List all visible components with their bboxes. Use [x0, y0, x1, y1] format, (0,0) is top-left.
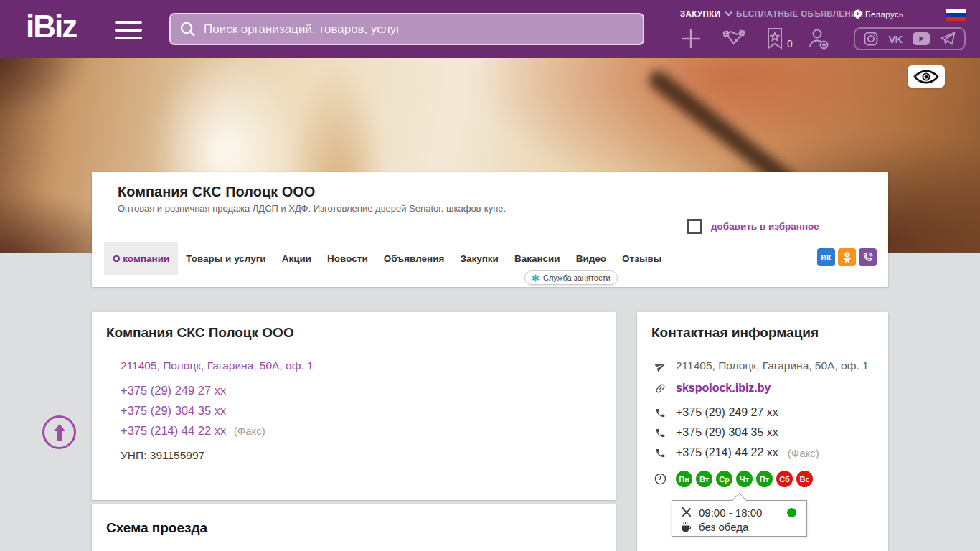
instagram-icon[interactable] [864, 32, 878, 46]
fax-note: (Факс) [788, 447, 819, 459]
clock-icon [654, 473, 666, 485]
open-now-indicator [787, 508, 796, 517]
company-description: Оптовая и розничная продажа ЛДСП и ХДФ. … [118, 203, 506, 214]
free-ads-link[interactable]: БЕСПЛАТНЫЕ ОБЪЯВЛЕНИЯ [736, 9, 863, 18]
about-title: Компания СКС Полоцк ООО [106, 325, 294, 341]
link-icon [654, 382, 666, 395]
day-badge[interactable]: Вс [796, 471, 813, 487]
favorite-label: добавить в избранное [711, 221, 819, 232]
contact-phone-row: +375 (29) 304 35 xx [654, 426, 778, 439]
company-info-card: Компания СКС Полоцк ООО 211405, Полоцк, … [92, 312, 616, 500]
day-badge[interactable]: Ср [716, 471, 732, 487]
tab-promotions[interactable]: Акции [274, 242, 319, 275]
hamburger-menu-icon[interactable] [115, 21, 142, 39]
about-phone-row: +375 (29) 304 35 xx [121, 404, 226, 418]
search-input[interactable] [204, 22, 634, 37]
header-social-links: VK [854, 27, 966, 50]
day-badge[interactable]: Вт [696, 471, 712, 487]
day-badge[interactable]: Сб [776, 471, 793, 487]
about-address: 211405, Полоцк, Гагарина, 50А, оф. 1 [121, 359, 314, 372]
viber-icon[interactable] [859, 248, 877, 266]
add-plus-icon[interactable] [678, 26, 704, 52]
map-card: Схема проезда [92, 504, 616, 551]
tab-news[interactable]: Новости [319, 242, 376, 275]
tab-ads[interactable]: Объявления [376, 242, 453, 275]
favorites-bookmark-icon[interactable] [762, 26, 788, 52]
address-link[interactable]: 211405, Полоцк, Гагарина, 50А, оф. 1 [121, 359, 314, 372]
ibiz-logo[interactable]: iBiz [26, 9, 76, 44]
navigation-arrow-icon [654, 360, 666, 372]
purchases-menu[interactable]: ЗАКУПКИ [680, 9, 730, 18]
country-selector[interactable]: Беларусь [854, 9, 904, 19]
phone-icon [654, 408, 666, 418]
page: iBiz ЗАКУПКИ БЕСПЛАТНЫЕ ОБЪЯВЛЕНИЯ Белар… [0, 0, 980, 551]
website-link[interactable]: skspolock.ibiz.by [676, 382, 771, 395]
chevron-down-icon [725, 9, 732, 16]
favorites-count: 0 [787, 38, 793, 50]
tab-purchases[interactable]: Закупки [452, 242, 506, 275]
telegram-icon[interactable] [940, 32, 956, 46]
lunch-cup-icon [681, 521, 692, 532]
add-to-favorites[interactable]: добавить в избранное [687, 219, 819, 234]
unp-number: УНП: 391155997 [121, 449, 204, 462]
accessibility-eye-icon[interactable] [908, 65, 945, 88]
work-hours: 09:00 - 18:00 [699, 507, 762, 519]
lunch-note: без обеда [699, 521, 748, 533]
odnoklassniki-icon[interactable] [838, 248, 856, 266]
language-flag-russian[interactable] [946, 9, 966, 21]
tab-products[interactable]: Товары и услуги [178, 242, 273, 275]
header: iBiz ЗАКУПКИ БЕСПЛАТНЫЕ ОБЪЯВЛЕНИЯ Белар… [0, 0, 980, 58]
arrow-up-icon [52, 423, 67, 442]
tab-about[interactable]: О компании [104, 242, 178, 275]
contact-title: Контактная информация [651, 325, 819, 341]
handshake-icon[interactable] [721, 26, 747, 52]
search-icon [179, 21, 197, 38]
youtube-icon[interactable] [913, 32, 930, 45]
day-badge[interactable]: Чт [736, 471, 753, 487]
work-tools-icon [681, 507, 692, 518]
vk-share-icon[interactable]: ВК [817, 248, 835, 266]
location-pin-icon [854, 9, 862, 19]
phone-link[interactable]: +375 (29) 304 35 xx [121, 404, 226, 417]
phone-link[interactable]: +375 (214) 44 22 xx [121, 424, 226, 437]
phone-icon [654, 448, 666, 458]
employment-service-badge[interactable]: Служба занятости [524, 270, 618, 285]
contact-phone-row: +375 (29) 249 27 xx [654, 406, 778, 419]
contact-address-row: 211405, Полоцк, Гагарина, 50А, оф. 1 [654, 359, 869, 372]
company-social-buttons: ВК [817, 248, 877, 266]
employment-asterisk-icon [532, 274, 540, 282]
about-phone-row: +375 (214) 44 22 xx (Факс) [121, 424, 265, 438]
search-bar [169, 13, 644, 45]
about-phone-row: +375 (29) 249 27 xx [121, 384, 226, 397]
fax-note: (Факс) [234, 425, 265, 437]
scroll-to-top-button[interactable] [42, 415, 76, 449]
schedule-tooltip: 09:00 - 18:00 без обеда [672, 500, 807, 537]
contact-website-row: skspolock.ibiz.by [654, 382, 771, 395]
map-title: Схема проезда [106, 520, 207, 536]
vk-icon[interactable]: VK [888, 33, 902, 45]
company-title: Компания СКС Полоцк ООО [118, 184, 315, 200]
work-schedule-row: Пн Вт Ср Чт Пт Сб Вс [654, 471, 813, 487]
register-person-add-icon[interactable] [805, 26, 831, 52]
tab-reviews[interactable]: Отзывы [614, 242, 669, 275]
phone-icon [654, 428, 666, 438]
favorite-checkbox[interactable] [687, 219, 702, 234]
contact-phone-row: +375 (214) 44 22 xx (Факс) [654, 446, 819, 459]
company-header-card: Компания СКС Полоцк ООО Оптовая и рознич… [92, 172, 888, 287]
day-badge[interactable]: Пн [676, 471, 692, 487]
contact-info-card: Контактная информация 211405, Полоцк, Га… [637, 312, 888, 551]
day-badge[interactable]: Пт [756, 471, 773, 487]
weekday-badges: Пн Вт Ср Чт Пт Сб Вс [676, 471, 813, 487]
phone-link[interactable]: +375 (29) 249 27 xx [121, 384, 226, 397]
